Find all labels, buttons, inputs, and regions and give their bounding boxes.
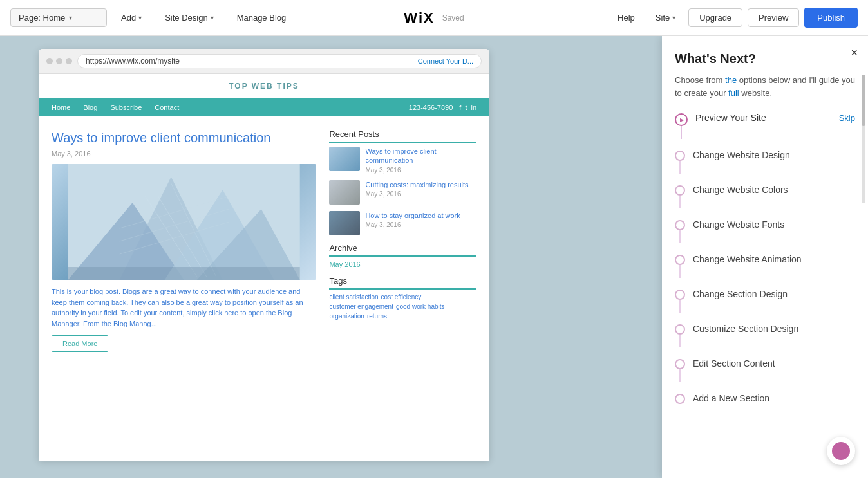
- step-8[interactable]: Edit Section Content: [675, 358, 855, 382]
- step-3[interactable]: Change Website Colors: [675, 184, 855, 208]
- site-design-label: Site Design: [165, 13, 207, 23]
- url-text: https://www.wix.com/mysite: [86, 57, 180, 66]
- steps-list: ▶ Preview Your Site Skip Change Website …: [675, 112, 855, 405]
- site-nav: Home Blog Subscribe Contact 123-456-7890…: [39, 98, 489, 116]
- connect-link[interactable]: Connect Your D...: [418, 57, 473, 65]
- panel-scrollbar-thumb: [862, 75, 865, 126]
- nav-blog[interactable]: Blog: [83, 104, 97, 111]
- site-content: TOP WEB TIPS Home Blog Subscribe Contact…: [39, 74, 489, 460]
- main-area: https://www.wix.com/mysite Connect Your …: [0, 36, 868, 478]
- recent-post-title-2: Cutting costs: maximizing results: [365, 180, 476, 189]
- site-nav-right: 123-456-7890 f t in: [409, 104, 476, 111]
- svg-rect-11: [68, 267, 300, 280]
- panel-title: What's Next?: [675, 51, 855, 66]
- step-4-label: Change Website Fonts: [693, 219, 784, 232]
- recent-post-info-2: Cutting costs: maximizing results May 3,…: [365, 180, 476, 198]
- manage-blog-label: Manage Blog: [237, 13, 287, 23]
- add-label: Add: [121, 13, 136, 23]
- site-header-top: TOP WEB TIPS: [39, 74, 489, 98]
- dot-red: [46, 58, 53, 64]
- recent-post-info-1: Ways to improve client communication May…: [365, 147, 476, 174]
- step-5[interactable]: Change Website Animation: [675, 253, 855, 278]
- recent-post-info-3: How to stay organized at work May 3, 201…: [365, 211, 476, 228]
- post-text: This is your blog post. Blogs are a grea…: [52, 286, 316, 329]
- skip-link[interactable]: Skip: [839, 113, 855, 123]
- step-1[interactable]: ▶ Preview Your Site Skip: [675, 112, 855, 139]
- recent-post-title-1: Ways to improve client communication: [365, 147, 476, 165]
- nav-contact[interactable]: Contact: [155, 104, 179, 111]
- add-chevron: ▾: [138, 14, 142, 21]
- step-2-dot: [675, 151, 685, 161]
- step-3-line: [679, 196, 681, 208]
- browser-container: https://www.wix.com/mysite Connect Your …: [0, 36, 662, 478]
- recent-post-img-2: [329, 180, 360, 205]
- facebook-icon[interactable]: f: [459, 104, 461, 111]
- step-4[interactable]: Change Website Fonts: [675, 219, 855, 243]
- page-selector-chevron: ▾: [69, 14, 72, 21]
- blog-sidebar: Recent Posts Ways to improve client comm…: [329, 129, 476, 352]
- tag-organization: organization: [329, 313, 364, 320]
- site-design-button[interactable]: Site Design ▾: [156, 9, 222, 26]
- tag-returns: returns: [367, 313, 387, 320]
- upgrade-button[interactable]: Upgrade: [688, 8, 742, 27]
- site-button[interactable]: Site ▾: [648, 9, 683, 26]
- publish-button[interactable]: Publish: [804, 8, 858, 28]
- bottom-circle-inner: [832, 442, 850, 460]
- manage-blog-button[interactable]: Manage Blog: [228, 9, 296, 26]
- recent-post-img-1: [329, 147, 360, 171]
- url-bar[interactable]: https://www.wix.com/mysite Connect Your …: [77, 54, 482, 68]
- toolbar-left: Page: Home ▾ Add ▾ Site Design ▾ Manage …: [10, 8, 295, 27]
- social-icons: f t in: [459, 104, 476, 111]
- tag-client-satisfaction: client satisfaction: [329, 293, 378, 300]
- close-icon: ×: [851, 46, 858, 59]
- step-9[interactable]: Add a New Section: [675, 392, 855, 405]
- page-selector-label: Page: Home: [19, 13, 65, 23]
- step-9-label: Add a New Section: [693, 392, 769, 405]
- panel-scrollbar[interactable]: [862, 75, 865, 203]
- step-2-line: [679, 161, 681, 174]
- blog-layout: Ways to improve client communication May…: [39, 116, 489, 365]
- nav-subscribe[interactable]: Subscribe: [110, 104, 142, 111]
- browser-dots: [46, 58, 72, 64]
- recent-post-img-3: [329, 211, 360, 235]
- recent-post-title-3: How to stay organized at work: [365, 211, 476, 220]
- tags-title: Tags: [329, 276, 476, 290]
- preview-button[interactable]: Preview: [748, 8, 799, 27]
- recent-post-date-3: May 3, 2016: [365, 221, 476, 228]
- step-3-dot: [675, 185, 685, 196]
- step-6-label: Change Section Design: [693, 288, 788, 301]
- wix-logo: WiX: [404, 10, 434, 26]
- blog-main: Ways to improve client communication May…: [52, 129, 316, 352]
- page-selector[interactable]: Page: Home ▾: [10, 8, 107, 27]
- step-4-dot: [675, 220, 685, 230]
- linkedin-icon[interactable]: in: [471, 104, 476, 111]
- panel-close-button[interactable]: ×: [851, 46, 858, 60]
- step-2-label: Change Website Design: [693, 149, 790, 162]
- site-nav-links: Home Blog Subscribe Contact: [52, 104, 179, 111]
- play-icon: ▶: [680, 117, 684, 123]
- step-4-line: [679, 230, 681, 243]
- whats-next-panel: × What's Next? Choose from the options b…: [662, 36, 868, 478]
- add-button[interactable]: Add ▾: [112, 9, 151, 26]
- saved-status: Saved: [442, 14, 464, 23]
- post-date: May 3, 2016: [52, 150, 316, 158]
- step-1-label: Preview Your Site: [695, 112, 766, 125]
- step-6-dot: [675, 290, 685, 300]
- highlight-the: the: [725, 75, 737, 85]
- recent-posts-title: Recent Posts: [329, 129, 476, 143]
- help-button[interactable]: Help: [610, 9, 643, 26]
- step-2[interactable]: Change Website Design: [675, 149, 855, 174]
- toolbar: Page: Home ▾ Add ▾ Site Design ▾ Manage …: [0, 0, 868, 36]
- step-6[interactable]: Change Section Design: [675, 288, 855, 313]
- post-title: Ways to improve client communication: [52, 129, 316, 146]
- step-8-label: Edit Section Content: [693, 358, 775, 371]
- panel-description: Choose from the options below and I'll g…: [675, 74, 855, 99]
- read-more-button[interactable]: Read More: [52, 335, 108, 352]
- twitter-icon[interactable]: t: [465, 104, 467, 111]
- tags-container: client satisfaction cost efficiency cust…: [329, 293, 476, 320]
- bottom-circle-button[interactable]: [827, 437, 855, 465]
- step-7[interactable]: Customize Section Design: [675, 323, 855, 347]
- step-7-dot: [675, 324, 685, 335]
- dot-yellow: [56, 58, 62, 64]
- nav-home[interactable]: Home: [52, 104, 70, 111]
